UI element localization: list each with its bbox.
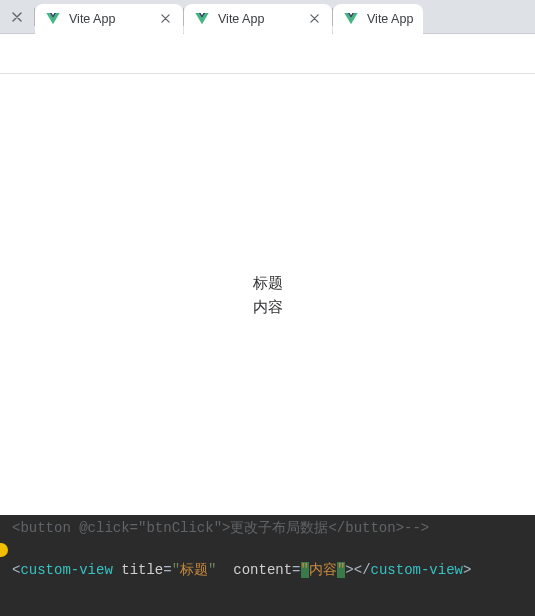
- close-icon[interactable]: [306, 11, 322, 27]
- address-bar: [0, 34, 535, 74]
- page-content: 内容: [253, 295, 283, 319]
- page-title: 标题: [253, 271, 283, 295]
- vue-icon: [194, 11, 210, 27]
- tab-title: Vite App: [218, 12, 298, 26]
- tab-title: Vite App: [367, 12, 413, 26]
- browser-tabs: Vite App Vite App Vite App: [0, 0, 535, 34]
- code-editor[interactable]: <button @click="btnClick">更改子布局数据</butto…: [0, 515, 535, 616]
- code-line: <button @click="btnClick">更改子布局数据</butto…: [12, 515, 535, 539]
- code-line: <custom-view title="标题" content="内容"></c…: [12, 539, 535, 581]
- vue-icon: [45, 11, 61, 27]
- close-icon[interactable]: [157, 11, 173, 27]
- page-viewport: 标题 内容: [0, 74, 535, 515]
- lightbulb-icon[interactable]: [0, 543, 8, 557]
- tab-title: Vite App: [69, 12, 149, 26]
- tab[interactable]: Vite App: [35, 4, 183, 34]
- tab[interactable]: Vite App: [333, 4, 423, 34]
- tab[interactable]: Vite App: [184, 4, 332, 34]
- close-icon[interactable]: [0, 12, 34, 22]
- vue-icon: [343, 11, 359, 27]
